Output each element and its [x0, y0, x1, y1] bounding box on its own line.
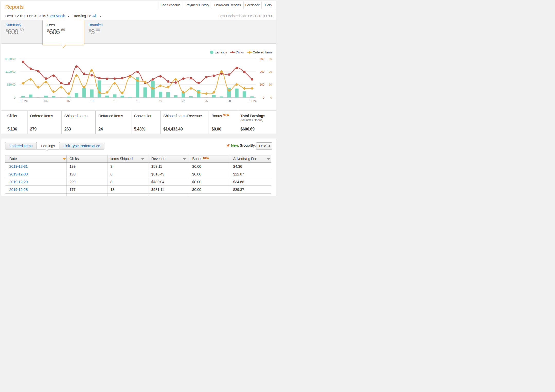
svg-text:13: 13	[113, 99, 116, 102]
svg-text:25: 25	[205, 99, 208, 102]
svg-text:19: 19	[159, 99, 162, 102]
svg-text:$150.00: $150.00	[5, 57, 15, 60]
svg-text:Ordered Items: Ordered Items	[253, 50, 273, 54]
svg-text:200: 200	[260, 70, 264, 73]
svg-text:0: 0	[263, 96, 264, 99]
svg-text:30: 30	[269, 57, 272, 60]
svg-text:07: 07	[67, 99, 70, 102]
svg-text:$100.00: $100.00	[5, 70, 15, 73]
svg-text:31 Dec: 31 Dec	[248, 99, 257, 102]
svg-text:0: 0	[14, 96, 15, 99]
svg-text:300: 300	[260, 57, 264, 60]
svg-text:0: 0	[270, 96, 272, 99]
svg-text:10: 10	[269, 83, 272, 86]
svg-text:22: 22	[182, 99, 185, 102]
svg-text:01 Dec: 01 Dec	[19, 99, 28, 102]
svg-text:16: 16	[136, 99, 139, 102]
svg-text:10: 10	[90, 99, 93, 102]
svg-text:100: 100	[260, 83, 264, 86]
svg-text:20: 20	[269, 70, 272, 73]
svg-text:Earnings: Earnings	[215, 50, 227, 54]
svg-text:28: 28	[228, 99, 231, 102]
svg-text:04: 04	[44, 99, 48, 102]
svg-text:$50.00: $50.00	[7, 83, 15, 86]
svg-text:Clicks: Clicks	[236, 50, 244, 54]
